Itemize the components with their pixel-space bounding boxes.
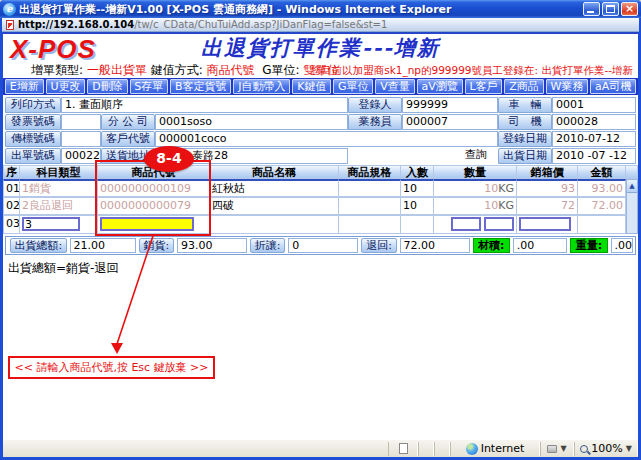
returns-field: 72.00 [400, 238, 470, 253]
toolbar: E增新 U更改 D刪除 S存單 B客定貨號 J自動帶入 K鍵值 G單位 V查量 … [3, 78, 638, 95]
row1-seq: 01 [3, 179, 20, 197]
row3-type-cell [20, 215, 98, 234]
vehicle-label: 車 輛 [498, 97, 552, 113]
url-text[interactable]: http://192.168.0.104/tw/c_CData/ChuTuiAd… [18, 19, 387, 30]
volume-label: 材積: [473, 238, 510, 253]
register-date-field[interactable]: 2010-07-12 [552, 131, 636, 147]
delivery-address-field[interactable]: 新 泰路28 [155, 148, 348, 164]
delivery-address-label: 送貨地址 [101, 148, 155, 164]
print-method-field[interactable]: 1. 畫面順序 [61, 97, 348, 113]
address-bar[interactable]: http://192.168.0.104/tw/c_CData/ChuTuiAd… [2, 18, 639, 32]
registrant-field[interactable]: 999999 [402, 97, 498, 113]
type-input[interactable] [22, 217, 80, 231]
row2-type: 2良品退回 [20, 197, 98, 215]
maximize-button[interactable] [602, 2, 619, 16]
row2-price: 72 [517, 197, 578, 215]
product-code-input[interactable] [100, 217, 194, 231]
toolbar-button-unit[interactable]: G單位 [333, 79, 373, 94]
zone-label: Internet [481, 442, 525, 455]
formula-note: 出貨總額=銷貨-退回 [8, 260, 118, 277]
row2-qty: 10KG [434, 197, 517, 215]
chevron-down-icon: ▼ [626, 444, 632, 453]
row2-seq: 02 [3, 197, 20, 215]
meta-line: 增單類型: 一般出貨單 鍵值方式: 商品代號 G單位: 雙單位 您目前以加盟商s… [3, 62, 638, 77]
col-price: 銷箱價 [517, 165, 578, 179]
col-amount: 金額 [578, 165, 626, 179]
salesman-field[interactable]: 000007 [402, 114, 498, 130]
table-entry-row: 03 [3, 215, 638, 234]
toolbar-button-product[interactable]: Z商品 [504, 79, 543, 94]
row3-code-cell [98, 215, 210, 234]
title-bar: e 出退貨打單作業--增新V1.00 [X-POS 雲通商務網] - Windo… [0, 0, 641, 18]
toolbar-button-browse[interactable]: aV瀏覽 [417, 79, 463, 94]
row3-seq: 03 [3, 215, 20, 234]
browser-window: e 出退貨打單作業--增新V1.00 [X-POS 雲通商務網] - Windo… [0, 0, 641, 460]
register-date-label: 登錄日期 [498, 131, 552, 147]
order-no-field[interactable]: 000227 [61, 148, 101, 164]
fax-no-label: 傳標號碼 [5, 131, 61, 147]
query-button[interactable]: 查詢 [455, 148, 497, 164]
col-type: 科目類型 [20, 165, 98, 179]
toolbar-button-query-qty[interactable]: V查量 [375, 79, 414, 94]
close-button[interactable]: × [621, 2, 638, 16]
weight-label: 重量: [570, 238, 607, 253]
toolbar-button-auto-fill[interactable]: J自動帶入 [233, 79, 290, 94]
row1-type: 1銷貨 [20, 179, 98, 197]
toolbar-button-add[interactable]: E增新 [5, 79, 44, 94]
table-header-row: 序 科目類型 商品代號 商品名稱 商品規格 入數 數量 銷箱價 金額 [3, 165, 638, 179]
price-input[interactable] [519, 217, 571, 231]
vehicle-field[interactable]: 0001 [552, 97, 636, 113]
table-scrollbar[interactable]: ▲ [626, 179, 638, 234]
login-info: 您目前以加盟商sk1_np的999999號員工登錄在: 出貨打單作業--增新 [311, 64, 633, 78]
sales-field: 93.00 [177, 238, 247, 253]
row1-qty: 10KG [434, 179, 517, 197]
driver-field[interactable]: 000028 [552, 114, 636, 130]
toolbar-button-save[interactable]: S存單 [130, 79, 169, 94]
order-type-value: 一般出貨單 [87, 63, 147, 77]
invoice-no-field[interactable] [61, 114, 101, 130]
row2-spec [339, 197, 401, 215]
ship-date-field[interactable]: 2010 -07 -12 [552, 148, 636, 164]
page-load-icon [6, 20, 14, 30]
row1-code: 0000000000109 [98, 179, 210, 197]
key-mode-label: 鍵值方式: [151, 63, 203, 77]
row3-qty-cell [434, 215, 517, 234]
qty-input[interactable] [451, 217, 481, 231]
page-content: X-POS 出退貨打單作業---增新 增單類型: 一般出貨單 鍵值方式: 商品代… [3, 32, 638, 439]
invoice-no-label: 發票號碼 [5, 114, 61, 130]
status-bar: Internet ▼ 100% ▼ [3, 439, 638, 457]
table-row: 01 1銷貨 0000000000109 紅秋姑 10 10KG 93 93.0… [3, 179, 638, 197]
chevron-down-icon: ▼ [560, 444, 566, 453]
phishing-filter-button[interactable]: ▼ [540, 442, 574, 456]
col-qty: 數量 [434, 165, 517, 179]
toolbar-button-sales[interactable]: W業務 [546, 79, 589, 94]
row1-amount: 93.00 [578, 179, 626, 197]
window-title: 出退貨打單作業--增新V1.00 [X-POS 雲通商務網] - Windows… [19, 2, 583, 17]
row1-spec [339, 179, 401, 197]
returns-label: 退回: [361, 238, 396, 253]
toolbar-button-custom-code[interactable]: B客定貨號 [170, 79, 231, 94]
row2-pack: 10 [401, 197, 434, 215]
driver-label: 司 機 [498, 114, 552, 130]
sales-label: 銷貨: [139, 238, 174, 253]
toolbar-button-key-value[interactable]: K鍵值 [292, 79, 331, 94]
minimize-button[interactable] [583, 2, 600, 16]
unit-input[interactable] [484, 217, 514, 231]
status-page-panel [388, 442, 418, 456]
row1-pack: 10 [401, 179, 434, 197]
toolbar-button-driver[interactable]: aA司機 [590, 79, 636, 94]
fax-no-field[interactable] [61, 131, 101, 147]
toolbar-button-delete[interactable]: D刪除 [87, 79, 127, 94]
toolbar-button-edit[interactable]: U更改 [46, 79, 86, 94]
zoom-control[interactable]: 100% ▼ [574, 442, 638, 456]
hint-message: << 請輸入商品代號,按 Esc 鍵放棄 >> [8, 356, 215, 379]
security-zone-panel: Internet [450, 442, 540, 456]
row1-name: 紅秋姑 [210, 179, 339, 197]
scroll-up-icon[interactable]: ▲ [627, 180, 637, 193]
table-row: 02 2良品退回 0000000000079 四破 10 10KG 72 72.… [3, 197, 638, 215]
customer-code-field[interactable]: 000001coco [155, 131, 498, 147]
branch-field[interactable]: 0001soso [155, 114, 348, 130]
toolbar-button-customer[interactable]: L客戶 [465, 79, 503, 94]
col-spec: 商品規格 [339, 165, 401, 179]
key-mode-value: 商品代號 [207, 63, 255, 77]
